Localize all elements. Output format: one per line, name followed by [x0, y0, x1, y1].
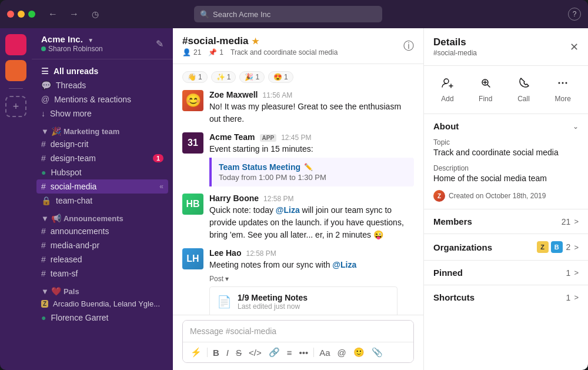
workspace-name-row[interactable]: Acme Inc. ▼ — [41, 34, 103, 45]
sidebar-item-hubspot[interactable]: ● Hubspot — [36, 165, 168, 179]
sidebar-item-mentions[interactable]: @ Mentions & reactions — [36, 92, 168, 106]
workspace-icon-orange[interactable] — [5, 60, 26, 81]
emoji-reaction-sparkle[interactable]: ✨ 1 — [211, 71, 236, 83]
pals-section-header[interactable]: ▼ ❤️ Pals — [36, 283, 168, 297]
channel-star-icon[interactable]: ★ — [252, 36, 259, 46]
show-more-label: Show more — [50, 109, 92, 118]
back-button[interactable]: ← — [45, 6, 61, 22]
at-button[interactable]: @ — [335, 345, 349, 360]
emoji-reaction-wave[interactable]: 👋 1 — [182, 71, 208, 83]
attach-button[interactable]: 📎 — [369, 345, 386, 360]
released-label: released — [51, 255, 82, 264]
search-bar[interactable]: 🔍 Search Acme Inc — [194, 6, 382, 22]
sidebar-item-announcements[interactable]: # announcements — [36, 224, 168, 238]
organizations-title: Organizations — [433, 242, 492, 252]
list-button[interactable]: ≡ — [284, 345, 295, 360]
sidebar-item-team-chat[interactable]: 🔒 team-chat — [36, 194, 168, 208]
message-input-area: ⚡ B I S </> 🔗 ≡ ••• Aa @ 🙂 📎 — [173, 315, 423, 370]
message-acme: 31 Acme Team APP 12:45 PM Event starting… — [182, 132, 414, 186]
about-description: Description Home of the social media tea… — [433, 164, 579, 183]
members-chevron-icon: > — [574, 217, 579, 226]
maximize-traffic-light[interactable] — [28, 11, 35, 18]
message-body-harry: Harry Boone 12:58 PM Quick note: today @… — [209, 194, 414, 241]
mention-liza-1[interactable]: @Liza — [276, 205, 300, 215]
shortcuts-row[interactable]: Shortcuts 1 > — [424, 285, 588, 309]
sidebar-item-arcadio[interactable]: Z Arcadio Buendia, Leland Ygle... — [36, 297, 168, 311]
italic-button[interactable]: I — [223, 345, 232, 360]
detail-action-add[interactable]: Add — [435, 73, 460, 106]
mention-liza-2[interactable]: @Liza — [332, 260, 356, 269]
minimize-traffic-light[interactable] — [18, 11, 25, 18]
event-title[interactable]: Team Status Meeting ✏️ — [219, 162, 407, 172]
created-info: Z Created on October 18th, 2019 — [433, 190, 579, 202]
sidebar-item-show-more[interactable]: ↓ Show more — [36, 106, 168, 121]
event-card[interactable]: Team Status Meeting ✏️ Today from 1:00 P… — [209, 158, 414, 186]
sidebar-item-design-crit[interactable]: # design-crit — [36, 137, 168, 151]
creator-avatar: Z — [433, 190, 445, 202]
more-format-button[interactable]: ••• — [296, 345, 311, 360]
workspace-user: Sharon Robinson — [41, 45, 103, 53]
bold-button[interactable]: B — [210, 345, 222, 360]
workspace-icon-red[interactable] — [5, 34, 26, 55]
design-team-label: design-team — [51, 154, 96, 163]
code-button[interactable]: </> — [246, 345, 265, 360]
mentions-label: Mentions & reactions — [54, 95, 131, 104]
emoji-reaction-heart-eyes[interactable]: 😍 1 — [268, 71, 293, 83]
announcements-section-header[interactable]: ▼ 📢 Announcements — [36, 210, 168, 224]
sidebar-item-unreads[interactable]: ☰ All unreads — [36, 64, 168, 78]
sidebar-item-florence[interactable]: ● Florence Garret — [36, 311, 168, 325]
sidebar-item-team-sf[interactable]: # team-sf — [36, 266, 168, 281]
sidebar-main-section: ☰ All unreads 💬 Threads @ Mentions & rea… — [32, 64, 173, 121]
notes-card[interactable]: 📄 1/9 Meeting Notes Last edited just now — [209, 286, 397, 315]
edit-button[interactable]: ✎ — [156, 38, 163, 49]
font-button[interactable]: Aa — [316, 345, 333, 360]
members-row[interactable]: Members 21 > — [424, 209, 588, 234]
channel-title: #social-media ★ — [182, 35, 338, 47]
marketing-section-header[interactable]: ▼ 🎉 Marketing team — [36, 123, 168, 137]
announcements-label: announcements — [51, 226, 109, 236]
channel-members[interactable]: 👤 21 — [182, 48, 201, 56]
organizations-row[interactable]: Organizations Z B 2 > — [424, 234, 588, 261]
emoji-button[interactable]: 🙂 — [350, 345, 368, 360]
marketing-emoji: 🎉 — [51, 126, 61, 136]
add-workspace-button[interactable]: + — [5, 96, 26, 117]
org-right: Z B 2 > — [537, 241, 579, 253]
released-prefix: # — [41, 255, 46, 264]
detail-action-more[interactable]: More — [549, 73, 577, 106]
sidebar-item-released[interactable]: # released — [36, 252, 168, 266]
link-button[interactable]: 🔗 — [266, 345, 283, 360]
strikethrough-button[interactable]: S — [233, 345, 245, 360]
sidebar-item-media-and-pr[interactable]: # media-and-pr — [36, 238, 168, 252]
hubspot-label: Hubspot — [51, 168, 81, 177]
post-label[interactable]: Post ▾ — [209, 275, 414, 283]
lightning-button[interactable]: ⚡ — [188, 345, 205, 360]
detail-action-call[interactable]: Call — [512, 73, 536, 106]
message-zoe: 😊 Zoe Maxwell 11:56 AM No! It was my ple… — [182, 90, 414, 125]
details-close-button[interactable]: ✕ — [570, 41, 579, 54]
help-button[interactable]: ? — [568, 8, 581, 21]
detail-action-find[interactable]: Find — [473, 73, 498, 106]
chat-area: #social-media ★ 👤 21 📌 1 Track and coord… — [173, 28, 423, 370]
sidebar-item-social-media[interactable]: # social-media « — [36, 179, 168, 194]
messages-list: 👋 1 ✨ 1 🎉 1 😍 1 😊 Zoe Maxwell 11:56 AM N… — [173, 64, 423, 315]
history-button[interactable]: ◷ — [92, 9, 99, 19]
close-traffic-light[interactable] — [7, 11, 14, 18]
pals-emoji: ❤️ — [51, 286, 61, 296]
find-action-label: Find — [479, 95, 492, 103]
emoji-reaction-party[interactable]: 🎉 1 — [239, 71, 265, 83]
details-header: Details #social-media ✕ — [424, 28, 588, 66]
pinned-row[interactable]: Pinned 1 > — [424, 261, 588, 285]
channel-pinned[interactable]: 📌 1 — [208, 48, 223, 56]
notes-icon: 📄 — [217, 295, 232, 309]
sidebar-pals-section: ▼ ❤️ Pals Z Arcadio Buendia, Leland Ygle… — [32, 283, 173, 325]
forward-button[interactable]: → — [66, 6, 82, 22]
info-button[interactable]: ⓘ — [403, 39, 414, 53]
sidebar-item-design-team[interactable]: # design-team 1 — [36, 151, 168, 165]
text-acme: Event starting in 15 minutes: — [209, 143, 414, 155]
svg-point-4 — [566, 82, 567, 84]
pals-label: Pals — [64, 287, 79, 296]
message-input[interactable] — [183, 321, 413, 342]
sidebar-item-threads[interactable]: 💬 Threads — [36, 78, 168, 92]
about-section-header[interactable]: About ⌄ — [424, 114, 588, 138]
org-badge-z: Z — [537, 241, 549, 253]
